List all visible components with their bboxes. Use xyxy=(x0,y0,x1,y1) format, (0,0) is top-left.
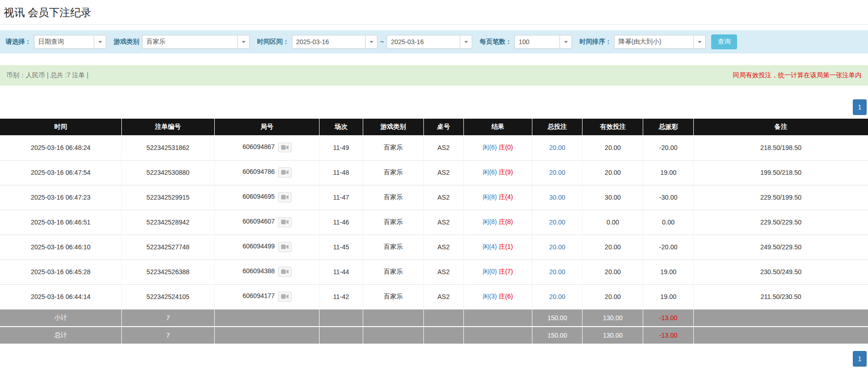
page-size-caret-button[interactable] xyxy=(560,35,572,49)
empty-cell xyxy=(363,309,423,327)
subtotal-count: 7 xyxy=(121,309,214,327)
table-row: 2025-03-16 06:46:51522342528942606094607… xyxy=(0,210,868,235)
total-bet-link[interactable]: 20.00 xyxy=(549,293,565,300)
total-bet-link[interactable]: 20.00 xyxy=(549,169,565,176)
page-size-select[interactable] xyxy=(514,35,572,49)
sort-order-select[interactable] xyxy=(614,35,706,49)
video-replay-button[interactable] xyxy=(278,242,291,252)
total-bet-cell: 20.00 xyxy=(532,259,582,284)
table-no-cell: AS2 xyxy=(423,284,463,309)
player-result: 闲(0) xyxy=(483,268,497,275)
game-type-caret-button[interactable] xyxy=(237,35,250,49)
total-bet-cell: 20.00 xyxy=(532,135,582,160)
remark-cell: 218.50/198.50 xyxy=(693,135,868,160)
currency-summary-text: 币别：人民币 | 总共 :7 注单 | xyxy=(6,71,88,80)
sort-order-input[interactable] xyxy=(614,35,693,49)
bet-no-cell: 522342528942 xyxy=(121,210,214,235)
round-no-cell: 606094499 xyxy=(214,235,319,259)
video-replay-button[interactable] xyxy=(278,292,291,301)
video-replay-button[interactable] xyxy=(278,217,291,227)
table-no-cell: AS2 xyxy=(423,235,463,259)
empty-cell xyxy=(214,327,319,344)
bet-no-cell: 522342529915 xyxy=(121,185,214,210)
table-row: 2025-03-16 06:48:24522342531862606094867… xyxy=(0,135,868,160)
video-replay-button[interactable] xyxy=(278,267,291,276)
round-no-cell: 606094867 xyxy=(214,135,319,160)
remark-cell: 211.50/230.50 xyxy=(693,284,868,309)
page-title: 视讯 会员下注纪录 xyxy=(0,0,868,24)
total-bet-link[interactable]: 20.00 xyxy=(549,144,565,151)
date-to-input[interactable] xyxy=(387,35,460,49)
table-no-cell: AS2 xyxy=(423,259,463,284)
sort-order-caret-button[interactable] xyxy=(693,35,706,49)
page-size-input[interactable] xyxy=(514,35,560,49)
empty-cell xyxy=(423,309,463,327)
result-cell: 闲(6) 庄(0) xyxy=(463,135,532,160)
time-cell: 2025-03-16 06:47:23 xyxy=(0,185,121,210)
total-bet-link[interactable]: 30.00 xyxy=(549,194,565,201)
filter-bar: 请选择： 游戏类别 时间区间： ~ 每页笔数： 时间排序： xyxy=(0,30,868,53)
time-cell: 2025-03-16 06:48:24 xyxy=(0,135,121,160)
query-button[interactable]: 查询 xyxy=(711,34,737,49)
player-result: 闲(8) xyxy=(483,193,497,201)
subtotal-valid-bet: 130.00 xyxy=(582,309,643,327)
player-result: 闲(8) xyxy=(483,218,497,225)
date-from-picker[interactable] xyxy=(292,35,377,49)
subtotal-row: 小计 7 150.00 130.00 -13.00 xyxy=(0,309,868,327)
valid-bet-cell: 30.00 xyxy=(582,185,643,210)
col-header-game-type: 游戏类别 xyxy=(363,119,423,135)
chevron-down-icon xyxy=(464,41,468,43)
col-header-remark: 备注 xyxy=(693,119,868,135)
remark-cell: 249.50/229.50 xyxy=(693,235,868,259)
total-bet-link[interactable]: 20.00 xyxy=(549,243,565,251)
video-camera-icon xyxy=(281,145,289,152)
empty-cell xyxy=(363,327,423,344)
session-cell: 11-47 xyxy=(320,185,363,210)
date-type-input[interactable] xyxy=(34,35,94,49)
total-total-bet: 150.00 xyxy=(532,327,582,344)
bet-no-cell: 522342531862 xyxy=(121,135,214,160)
date-type-caret-button[interactable] xyxy=(94,35,106,49)
pagination-page-1-button[interactable]: 1 xyxy=(853,99,867,115)
video-replay-button[interactable] xyxy=(278,143,291,152)
subtotal-label: 小计 xyxy=(0,309,121,327)
game-type-cell: 百家乐 xyxy=(363,284,423,309)
table-no-cell: AS2 xyxy=(423,185,463,210)
date-from-caret-button[interactable] xyxy=(365,35,377,49)
total-bet-link[interactable]: 20.00 xyxy=(549,218,565,226)
video-replay-button[interactable] xyxy=(278,192,291,202)
empty-cell xyxy=(214,309,319,327)
chevron-down-icon xyxy=(98,41,102,43)
table-row: 2025-03-16 06:44:14522342524105606094177… xyxy=(0,284,868,309)
bet-records-table: 时间 注单编号 局号 场次 游戏类别 桌号 结果 总投注 有效投注 总派彩 备注… xyxy=(0,119,868,345)
title-divider xyxy=(0,24,868,25)
empty-cell xyxy=(320,309,363,327)
summary-bar: 币别：人民币 | 总共 :7 注单 | 同局有效投注，统一计算在该局第一张注单内 xyxy=(0,65,868,86)
date-to-caret-button[interactable] xyxy=(460,35,472,49)
empty-cell xyxy=(463,309,532,327)
col-header-bet-no: 注单编号 xyxy=(121,119,214,135)
banker-result: 庄(8) xyxy=(499,218,513,225)
total-bet-link[interactable]: 20.00 xyxy=(549,268,565,276)
total-bet-cell: 20.00 xyxy=(532,284,582,309)
video-replay-button[interactable] xyxy=(278,167,291,177)
game-type-cell: 百家乐 xyxy=(363,259,423,284)
date-from-input[interactable] xyxy=(292,35,365,49)
game-type-input[interactable] xyxy=(142,35,237,49)
player-result: 闲(4) xyxy=(483,243,497,250)
player-result: 闲(3) xyxy=(483,293,497,300)
date-type-select[interactable] xyxy=(34,35,106,49)
empty-cell xyxy=(463,327,532,344)
total-count: 7 xyxy=(121,327,214,344)
game-type-select[interactable] xyxy=(142,35,250,49)
chevron-down-icon xyxy=(564,41,568,43)
pagination-page-1-button[interactable]: 1 xyxy=(853,351,867,367)
date-to-picker[interactable] xyxy=(387,35,472,49)
total-bet-cell: 20.00 xyxy=(532,160,582,185)
video-camera-icon xyxy=(281,244,289,251)
payout-cell: 19.00 xyxy=(643,259,694,284)
time-cell: 2025-03-16 06:46:10 xyxy=(0,235,121,259)
banker-result: 庄(4) xyxy=(499,193,513,201)
date-range-separator: ~ xyxy=(380,38,384,46)
session-cell: 11-49 xyxy=(320,135,363,160)
